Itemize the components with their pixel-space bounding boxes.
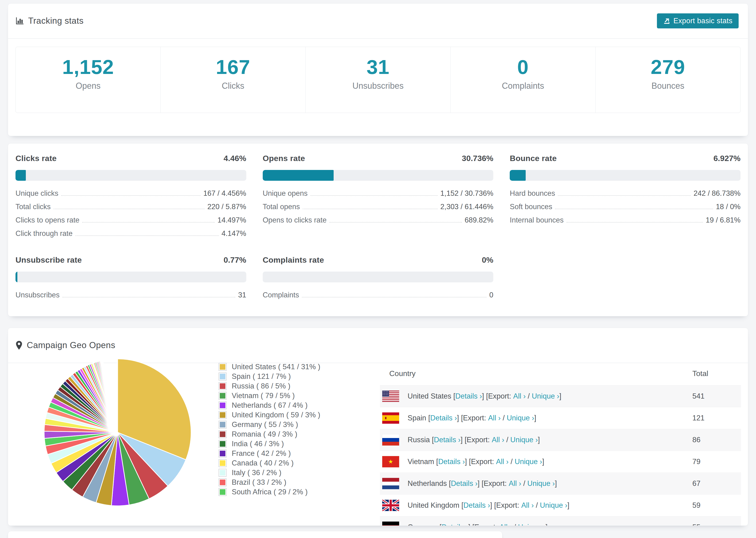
details-link[interactable]: Details › [463, 501, 490, 510]
token: / [509, 457, 514, 466]
legend-item[interactable]: Canada ( 40 / 2% ) [219, 458, 320, 468]
token: / [512, 523, 518, 526]
rate-title: Unsubscribe rate [16, 255, 82, 265]
detail-label: Complaints [263, 291, 299, 299]
details-link[interactable]: Details › [434, 436, 460, 444]
legend-label: United Kingdom ( 59 / 3% ) [232, 411, 320, 419]
dotted-leader [82, 219, 215, 223]
export-all-link[interactable]: All › [521, 501, 534, 510]
token: ] [Export: [468, 523, 499, 526]
details-link[interactable]: Details › [455, 392, 482, 401]
detail-label: Opens to clicks rate [263, 216, 327, 224]
token: [ [459, 501, 463, 510]
total-value: 59 [692, 501, 741, 510]
export-all-link[interactable]: All › [499, 523, 512, 526]
export-unique-link[interactable]: Unique › [507, 414, 534, 422]
export-all-link[interactable]: All › [513, 392, 526, 401]
legend-label: Vietnam ( 79 / 5% ) [232, 392, 295, 400]
legend-item[interactable]: United Kingdom ( 59 / 3% ) [219, 410, 320, 420]
rate-card-bounce: Bounce rate 6.927% Hard bounces 242 / 86… [510, 154, 740, 243]
legend-item[interactable]: India ( 46 / 3% ) [219, 439, 320, 449]
page-title: Tracking stats [28, 16, 83, 26]
rate-title: Bounce rate [510, 154, 557, 163]
export-unique-link[interactable]: Unique › [527, 479, 555, 488]
token: ] [534, 414, 536, 422]
flag-nl-icon [382, 478, 399, 489]
legend-item[interactable]: Russia ( 86 / 5% ) [219, 381, 320, 391]
dotted-leader [567, 219, 703, 223]
detail-value: 31 [238, 291, 246, 299]
token: ] [Export: [460, 436, 492, 444]
token: ] [Export: [457, 414, 488, 422]
stat-label: Clicks [222, 81, 244, 91]
legend-swatch [219, 478, 227, 486]
export-unique-link[interactable]: Unique › [511, 436, 538, 444]
rate-value: 4.46% [224, 154, 246, 163]
legend-item[interactable]: United States ( 541 / 31% ) [219, 362, 320, 372]
token: ] [567, 501, 569, 510]
legend-item[interactable]: Brazil ( 33 / 2% ) [219, 477, 320, 487]
stat-value: 167 [216, 55, 250, 79]
detail-row: Unique opens 1,152 / 30.736% [263, 189, 494, 202]
export-all-link[interactable]: All › [496, 457, 509, 466]
detail-label: Unique opens [263, 189, 307, 198]
rate-value: 6.927% [714, 154, 740, 163]
details-link[interactable]: Details › [442, 523, 468, 526]
details-link[interactable]: Details › [430, 414, 457, 422]
table-row-main: United States [ Details › ] [Export: All… [380, 391, 692, 402]
details-link[interactable]: Details › [438, 457, 465, 466]
detail-label: Clicks to opens rate [16, 216, 80, 224]
rate-card-opens: Opens rate 30.736% Unique opens 1,152 / … [263, 154, 494, 243]
export-basic-stats-button[interactable]: Export basic stats [657, 13, 739, 28]
legend-label: Brazil ( 33 / 2% ) [232, 478, 287, 487]
table-row-main: Spain [ Details › ] [Export: All › / Uni… [380, 412, 692, 424]
export-unique-link[interactable]: Unique › [540, 501, 567, 510]
detail-row: Soft bounces 18 / 0% [510, 202, 740, 216]
legend-item[interactable]: France ( 42 / 2% ) [219, 449, 320, 458]
detail-value: 14.497% [217, 216, 246, 224]
export-unique-link[interactable]: Unique › [514, 457, 542, 466]
legend-swatch [219, 469, 227, 477]
detail-label: Total clicks [16, 202, 51, 211]
dotted-leader [302, 294, 486, 297]
rate-card-unsubscribe: Unsubscribe rate 0.77% Unsubscribes 31 [16, 255, 246, 304]
rates-card: Clicks rate 4.46% Unique clicks 167 / 4.… [8, 143, 748, 316]
progress-track [263, 272, 494, 282]
stat-cell-bounces: 279 Bounces [595, 47, 740, 113]
export-all-link[interactable]: All › [492, 436, 504, 444]
export-all-link[interactable]: All › [509, 479, 521, 488]
detail-row: Clicks to opens rate 14.497% [16, 216, 246, 229]
token: [ [434, 457, 438, 466]
export-unique-link[interactable]: Unique › [518, 523, 545, 526]
legend-item[interactable]: Vietnam ( 79 / 5% ) [219, 391, 320, 401]
flag-vn-icon [382, 456, 399, 467]
stats-box: 1,152 Opens 167 Clicks 31 Unsubscribes 0… [16, 47, 740, 113]
stat-cell-complaints: 0 Complaints [450, 47, 595, 113]
legend-label: France ( 42 / 2% ) [232, 449, 291, 458]
export-all-link[interactable]: All › [488, 414, 501, 422]
legend-item[interactable]: Spain ( 121 / 7% ) [219, 372, 320, 381]
export-unique-link[interactable]: Unique › [532, 392, 559, 401]
detail-value: 18 / 0% [716, 202, 740, 211]
legend-item[interactable]: Netherlands ( 67 / 4% ) [219, 401, 320, 410]
token: [ [447, 479, 451, 488]
table-row-main: Vietnam [ Details › ] [Export: All › / U… [380, 456, 692, 467]
rate-rows: Unsubscribes 31 [16, 291, 246, 304]
progress-fill [16, 272, 17, 282]
details-link[interactable]: Details › [451, 479, 477, 488]
detail-value: 689.82% [465, 216, 493, 224]
legend-item[interactable]: Germany ( 55 / 3% ) [219, 420, 320, 429]
column-header-country: Country [380, 369, 692, 378]
token: / [534, 501, 540, 510]
progress-track [510, 170, 740, 181]
legend-item[interactable]: Italy ( 36 / 2% ) [219, 468, 320, 477]
legend-item[interactable]: South Africa ( 29 / 2% ) [219, 487, 320, 497]
detail-row: Unique clicks 167 / 4.456% [16, 189, 246, 202]
legend-swatch [219, 411, 227, 419]
legend-item[interactable]: Romania ( 49 / 3% ) [219, 429, 320, 439]
rate-title: Opens rate [263, 154, 305, 163]
rate-rows: Unique clicks 167 / 4.456% Total clicks … [16, 189, 246, 243]
stat-cell-unsubscribes: 31 Unsubscribes [305, 47, 450, 113]
rate-value: 30.736% [462, 154, 493, 163]
legend-swatch [219, 440, 227, 448]
